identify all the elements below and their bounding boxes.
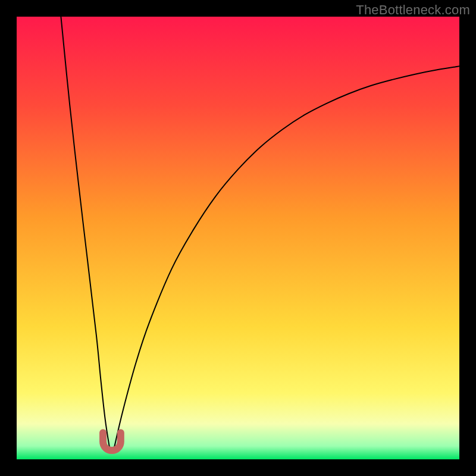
chart-svg — [17, 17, 459, 459]
watermark-text: TheBottleneck.com — [356, 2, 470, 18]
plot-area — [17, 17, 459, 459]
gradient-background — [17, 17, 459, 459]
chart-outer-frame: TheBottleneck.com — [0, 0, 476, 476]
